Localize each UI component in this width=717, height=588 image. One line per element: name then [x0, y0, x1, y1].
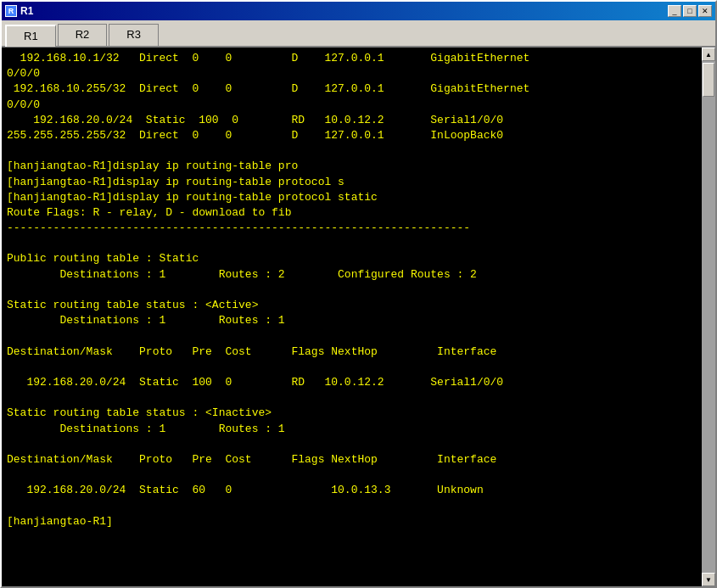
close-button[interactable]: ✕ — [698, 5, 712, 17]
scroll-down-button[interactable]: ▼ — [702, 573, 715, 586]
scroll-track[interactable] — [702, 61, 715, 573]
window-icon: R — [5, 5, 17, 17]
scroll-thumb[interactable] — [703, 63, 714, 97]
window-title: R1 — [20, 5, 33, 17]
scroll-up-button[interactable]: ▲ — [702, 48, 715, 61]
tab-r2[interactable]: R2 — [58, 24, 108, 46]
scrollbar: ▲ ▼ — [702, 48, 715, 586]
tab-r3[interactable]: R3 — [109, 24, 159, 46]
title-controls: _ □ ✕ — [668, 5, 712, 17]
title-bar-left: R R1 — [5, 5, 33, 17]
terminal-output[interactable]: 192.168.10.1/32 Direct 0 0 D 127.0.0.1 G… — [2, 48, 702, 586]
main-window: R R1 _ □ ✕ R1 R2 R3 192.168.10.1/32 Dire… — [0, 0, 717, 588]
maximize-button[interactable]: □ — [683, 5, 697, 17]
content-area: 192.168.10.1/32 Direct 0 0 D 127.0.0.1 G… — [2, 48, 715, 586]
tab-bar: R1 R2 R3 — [2, 20, 715, 48]
title-bar: R R1 _ □ ✕ — [2, 2, 715, 20]
minimize-button[interactable]: _ — [668, 5, 681, 17]
tab-r1[interactable]: R1 — [5, 25, 56, 47]
